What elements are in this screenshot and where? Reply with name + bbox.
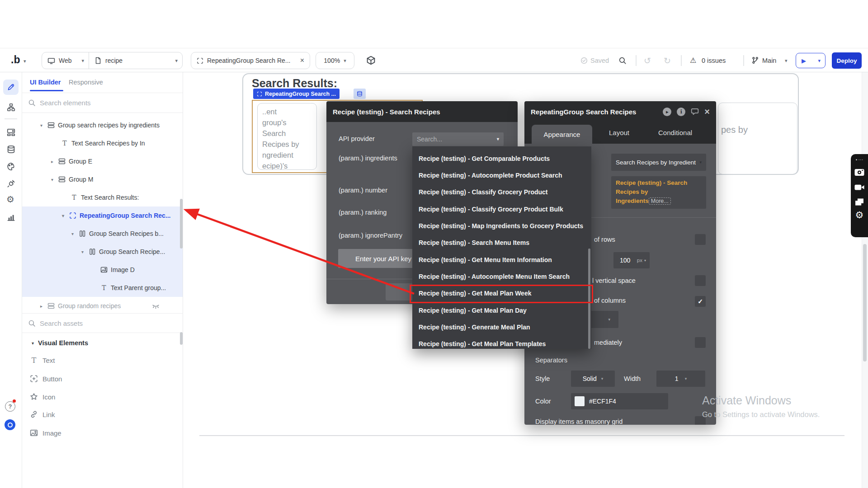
- canvas-right-card[interactable]: pes by: [718, 103, 797, 174]
- tree-row-image-d[interactable]: Image D: [22, 261, 183, 279]
- sidebar-scrollbar-thumb[interactable]: [180, 332, 183, 345]
- vertical-space-checkbox[interactable]: [695, 275, 706, 286]
- columns-checkbox-checked[interactable]: ✓: [695, 296, 706, 307]
- visual-elements-header[interactable]: ▾ Visual Elements: [22, 334, 183, 352]
- palette-item-button[interactable]: Button: [22, 370, 183, 388]
- palette-item-icon[interactable]: Icon: [22, 388, 183, 406]
- palette-item-image[interactable]: Image: [22, 424, 183, 442]
- tree-row-text-parent[interactable]: Text Parent group...: [22, 279, 183, 297]
- search-icon[interactable]: [618, 56, 627, 65]
- data-icon[interactable]: [7, 145, 15, 154]
- tab-appearance[interactable]: Appearance: [532, 125, 592, 144]
- separator-style-select[interactable]: Solid ▾: [571, 371, 615, 387]
- search-assets-input[interactable]: [40, 319, 153, 327]
- caret-down-icon[interactable]: ▾: [71, 231, 79, 236]
- type-of-content-select[interactable]: Search Recipes by Ingredient ▾: [611, 154, 706, 171]
- tree-row-group-recipes-b[interactable]: ▾ Group Search Recipes b...: [22, 225, 183, 243]
- tab-responsive[interactable]: Responsive: [69, 79, 103, 86]
- search-elements-input[interactable]: [40, 99, 157, 107]
- device-selector[interactable]: Web ▾: [42, 52, 89, 69]
- tree-row-group-random[interactable]: ▸ Group random recipes: [22, 297, 183, 315]
- component-library-icon[interactable]: [366, 56, 376, 65]
- page-selector[interactable]: recipe ▾: [89, 52, 182, 69]
- logo-chevron-icon[interactable]: ▾: [24, 58, 26, 64]
- menu-item[interactable]: Recipe (testing) - Autocomplete Menu Ite…: [412, 268, 591, 285]
- workflow-icon[interactable]: [7, 103, 15, 112]
- assistant-button[interactable]: [5, 419, 15, 430]
- menu-item[interactable]: Recipe (testing) - Get Meal Plan Day: [412, 302, 591, 319]
- caret-right-icon[interactable]: ▸: [40, 304, 47, 309]
- property-editor-header[interactable]: RepeatingGroup Search Recipes ▸ i ×: [524, 101, 716, 122]
- api-call-dialog-header[interactable]: Recipe (testing) - Search Recipes: [326, 101, 518, 122]
- tab-ui-builder[interactable]: UI Builder: [30, 79, 61, 86]
- video-camera-icon[interactable]: [854, 182, 865, 192]
- styles-icon[interactable]: [7, 162, 15, 171]
- capture-toolbar-handle[interactable]: ⋯: [856, 157, 863, 163]
- plugins-icon[interactable]: [7, 179, 15, 188]
- menu-item[interactable]: Recipe (testing) - Generate Meal Plan: [412, 319, 591, 335]
- gear-icon[interactable]: ⚙: [855, 210, 864, 221]
- separator-width-select[interactable]: 1 ▾: [656, 371, 705, 387]
- canvas-text-card[interactable]: ..ent group's Search Recipes by ngredien…: [257, 103, 317, 170]
- data-source-chip[interactable]: [354, 89, 366, 99]
- preview-button[interactable]: ▶ ▾: [796, 53, 826, 68]
- logs-icon[interactable]: [7, 213, 15, 221]
- menu-item[interactable]: Recipe (testing) - Get Meal Plan Templat…: [412, 336, 591, 349]
- menu-item[interactable]: Recipe (testing) - Autocomplete Product …: [412, 167, 591, 183]
- canvas-heading[interactable]: Search Results:: [252, 77, 337, 90]
- menu-item[interactable]: Recipe (testing) - Map Ingredients to Gr…: [412, 217, 591, 234]
- tab-conditional[interactable]: Conditional: [658, 122, 692, 144]
- menu-item[interactable]: Recipe (testing) - Get Comparable Produc…: [412, 150, 591, 167]
- branch-selector[interactable]: Main: [762, 57, 776, 64]
- design-tab-active[interactable]: [3, 80, 19, 95]
- redo-icon[interactable]: ↻: [664, 56, 671, 66]
- tree-row-text-search[interactable]: Text Search Recipes by In: [22, 134, 183, 152]
- api-provider-select[interactable]: Search... ▼: [412, 132, 504, 146]
- caret-down-icon[interactable]: ▾: [40, 123, 47, 128]
- caret-down-icon[interactable]: ▾: [62, 213, 69, 218]
- selected-element-badge[interactable]: RepeatingGroup Search ...: [253, 89, 340, 99]
- tree-row-group-search[interactable]: ▾ Group search recipes by ingredients: [22, 116, 183, 134]
- close-icon[interactable]: ×: [704, 108, 710, 116]
- caret-down-icon[interactable]: ▾: [51, 177, 58, 182]
- data-source-field[interactable]: Recipe (testing) - Search Recipes by Ing…: [611, 176, 706, 209]
- tab-layout[interactable]: Layout: [609, 122, 629, 144]
- row-height-input[interactable]: 100 px ▾: [613, 252, 650, 268]
- caret-down-icon[interactable]: ▾: [81, 249, 89, 254]
- components-icon[interactable]: [7, 128, 15, 136]
- help-button[interactable]: ?: [5, 401, 15, 412]
- color-swatch[interactable]: [575, 396, 585, 406]
- tree-row-text-results[interactable]: Text Search Results:: [22, 188, 183, 206]
- issues-counter[interactable]: 0 issues: [702, 57, 726, 64]
- camera-icon[interactable]: [854, 166, 865, 177]
- layers-icon[interactable]: [854, 197, 864, 207]
- settings-gear-icon[interactable]: ⚙: [6, 194, 14, 205]
- menu-item[interactable]: Recipe (testing) - Search Menu Items: [412, 235, 591, 251]
- comment-icon[interactable]: [691, 108, 699, 116]
- bubble-logo[interactable]: .b: [11, 54, 20, 66]
- rows-checkbox[interactable]: [695, 234, 706, 245]
- close-tab-icon[interactable]: ×: [300, 56, 304, 65]
- chevron-down-icon[interactable]: ▾: [785, 58, 788, 64]
- menu-item[interactable]: Recipe (testing) - Classify Grocery Prod…: [412, 201, 591, 217]
- tree-row-repeating-group-selected[interactable]: ▾ RepeatingGroup Search Rec...: [22, 206, 183, 225]
- menu-item[interactable]: Recipe (testing) - Classify Grocery Prod…: [412, 184, 591, 201]
- palette-item-link[interactable]: Link: [22, 405, 183, 423]
- tree-row-group-e[interactable]: ▸ Group E: [22, 152, 183, 170]
- tree-row-group-m[interactable]: ▾ Group M: [22, 170, 183, 188]
- sidebar-scrollbar-thumb[interactable]: [180, 199, 183, 249]
- caret-right-icon[interactable]: ▸: [51, 159, 58, 164]
- hidden-eye-icon[interactable]: [152, 302, 160, 310]
- info-icon[interactable]: i: [677, 108, 685, 116]
- immediately-checkbox[interactable]: [695, 337, 706, 348]
- separator-color-input[interactable]: #ECF1F4: [571, 393, 668, 409]
- zoom-selector[interactable]: 100% ▾: [316, 52, 354, 69]
- window-scrollbar-thumb[interactable]: [863, 244, 867, 361]
- more-token[interactable]: More...: [649, 197, 671, 205]
- tree-row-group-recipe[interactable]: ▾ Group Search Recipe...: [22, 243, 183, 261]
- undo-icon[interactable]: ↺: [644, 56, 651, 66]
- element-tab[interactable]: RepeatingGroup Search Re... ×: [191, 52, 310, 69]
- palette-item-text[interactable]: Text: [22, 351, 183, 369]
- play-icon[interactable]: ▸: [663, 108, 671, 116]
- deploy-button[interactable]: Deploy: [832, 52, 862, 69]
